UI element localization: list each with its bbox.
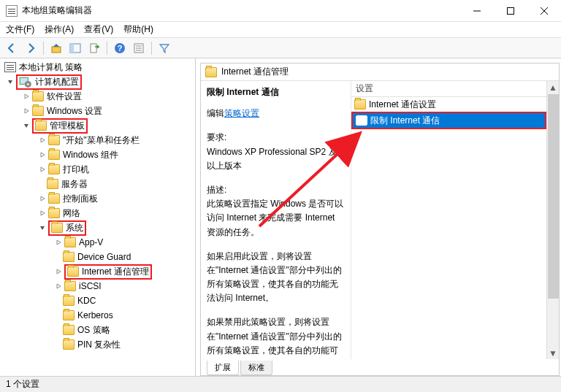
body: 本地计算机 策略 计算机配置 软件设置 Windows 设置 管理模板 — [0, 58, 561, 376]
minimize-button[interactable] — [460, 0, 494, 22]
chevron-right-icon[interactable] — [38, 165, 47, 174]
menu-file[interactable]: 文件(F) — [6, 23, 34, 36]
chevron-right-icon[interactable] — [38, 194, 47, 203]
folder-icon — [32, 106, 44, 116]
menu-view[interactable]: 查看(V) — [84, 23, 113, 36]
folder-icon — [32, 91, 44, 101]
tree-windows-settings[interactable]: Windows 设置 — [4, 104, 195, 118]
tree-internet-comm-mgmt[interactable]: Internet 通信管理 — [4, 264, 195, 279]
tree-control-panel-label: 控制面板 — [63, 193, 98, 205]
status-text: 1 个设置 — [6, 378, 39, 391]
show-hide-tree-button[interactable] — [66, 40, 84, 56]
folder-icon — [63, 310, 75, 320]
chevron-right-icon[interactable] — [54, 238, 63, 247]
tree-appv[interactable]: App-V — [4, 235, 195, 250]
tree-os-policy[interactable]: OS 策略 — [4, 323, 195, 337]
tree-system[interactable]: 系统 — [4, 220, 195, 235]
svg-rect-0 — [508, 7, 514, 14]
tree-iscsi-label: iSCSI — [79, 281, 102, 291]
svg-rect-4 — [91, 44, 96, 53]
tree-root-label: 本地计算机 策略 — [19, 61, 83, 74]
tree-computer-config[interactable]: 计算机配置 — [4, 74, 195, 89]
svg-rect-1 — [52, 47, 61, 53]
chevron-right-icon[interactable] — [54, 267, 63, 276]
content-header: Internet 通信管理 — [201, 64, 559, 81]
tree-printers[interactable]: 打印机 — [4, 162, 195, 177]
content-scrollbar[interactable]: ▲ ▼ — [546, 81, 559, 359]
tree-control-panel[interactable]: 控制面板 — [4, 191, 195, 206]
list-row-restrict-internet[interactable]: 限制 Internet 通信 — [353, 113, 545, 128]
settings-list: 设置 Internet 通信设置 限制 Internet 通信 — [351, 81, 546, 359]
folder-icon — [48, 135, 60, 145]
policy-icon — [4, 62, 16, 72]
chevron-down-icon[interactable] — [38, 223, 47, 232]
tree-admin-templates[interactable]: 管理模板 — [4, 118, 195, 133]
back-button[interactable] — [3, 40, 20, 56]
tree-pin-complexity[interactable]: PIN 复杂性 — [4, 337, 195, 352]
maximize-button[interactable] — [494, 0, 527, 22]
tab-standard[interactable]: 标准 — [240, 361, 272, 375]
app-icon — [6, 5, 18, 17]
close-button[interactable] — [527, 0, 561, 22]
chevron-right-icon[interactable] — [22, 92, 31, 101]
chevron-right-icon[interactable] — [38, 150, 47, 159]
tree-servers[interactable]: 服务器 — [4, 177, 195, 191]
tree-kdc[interactable]: KDC — [4, 293, 195, 308]
content-header-label: Internet 通信管理 — [221, 66, 289, 78]
list-header[interactable]: 设置 — [351, 81, 546, 97]
tree-start-menu[interactable]: "开始"菜单和任务栏 — [4, 133, 195, 147]
help-button[interactable]: ? — [111, 40, 129, 56]
list-row-internet-comm-settings[interactable]: Internet 通信设置 — [351, 97, 546, 112]
svg-text:?: ? — [118, 44, 123, 53]
chevron-down-icon[interactable] — [6, 77, 15, 86]
chevron-right-icon[interactable] — [38, 136, 47, 145]
tree-iscsi[interactable]: iSCSI — [4, 279, 195, 293]
forward-button[interactable] — [22, 40, 39, 56]
desc-desc-label: 描述: — [207, 183, 345, 197]
chevron-right-icon[interactable] — [38, 209, 47, 218]
folder-icon — [63, 252, 75, 262]
tree-network[interactable]: 网络 — [4, 206, 195, 220]
scroll-up-icon[interactable]: ▲ — [547, 81, 559, 93]
folder-icon — [63, 296, 75, 306]
tree-computer-config-label: 计算机配置 — [35, 76, 79, 88]
folder-icon — [47, 179, 58, 189]
svg-point-13 — [27, 83, 29, 85]
description-pane: 限制 Internet 通信 编辑策略设置 要求: Windows XP Pro… — [201, 81, 351, 359]
tree-kerberos[interactable]: Kerberos — [4, 308, 195, 323]
tree-software-settings[interactable]: 软件设置 — [4, 89, 195, 104]
chevron-down-icon[interactable] — [22, 121, 31, 130]
chevron-right-icon[interactable] — [54, 282, 63, 291]
desc-req-text: Windows XP Professional SP2 及以上版本 — [207, 145, 345, 173]
tab-extended[interactable]: 扩展 — [207, 361, 239, 375]
up-button[interactable] — [47, 40, 65, 56]
list-row-2-label: 限制 Internet 通信 — [370, 115, 440, 127]
filter-button[interactable] — [156, 40, 173, 56]
edit-policy-link[interactable]: 策略设置 — [224, 108, 259, 118]
menu-help[interactable]: 帮助(H) — [123, 23, 153, 36]
menu-action[interactable]: 操作(A) — [45, 23, 74, 36]
tree-kdc-label: KDC — [77, 296, 96, 306]
computer-config-icon — [19, 76, 32, 88]
desc-p2: 如果启用此设置，则将设置在"Internet 通信设置"部分中列出的所有策略设置… — [207, 250, 345, 306]
tree-pin-complexity-label: PIN 复杂性 — [77, 339, 121, 351]
folder-icon — [64, 237, 76, 247]
statusbar: 1 个设置 — [0, 376, 561, 392]
tree-root[interactable]: 本地计算机 策略 — [4, 60, 195, 74]
properties-button[interactable] — [130, 40, 148, 56]
tree-internet-comm-mgmt-label: Internet 通信管理 — [82, 266, 149, 278]
chevron-right-icon[interactable] — [22, 107, 31, 115]
scroll-thumb[interactable] — [548, 94, 559, 299]
tree-printers-label: 打印机 — [63, 164, 89, 176]
tree-windows-components[interactable]: Windows 组件 — [4, 147, 195, 162]
tree-windows-settings-label: Windows 设置 — [47, 105, 102, 118]
tree-device-guard[interactable]: Device Guard — [4, 250, 195, 264]
content-pane: Internet 通信管理 限制 Internet 通信 编辑策略设置 要求: … — [196, 58, 561, 376]
tree-pane: 本地计算机 策略 计算机配置 软件设置 Windows 设置 管理模板 — [0, 58, 196, 376]
list-header-label: 设置 — [356, 82, 373, 95]
export-button[interactable] — [85, 40, 103, 56]
folder-icon — [48, 193, 60, 204]
content-tabs: 扩展 标准 — [201, 359, 559, 375]
scroll-down-icon[interactable]: ▼ — [547, 347, 559, 359]
folder-icon — [354, 99, 366, 109]
